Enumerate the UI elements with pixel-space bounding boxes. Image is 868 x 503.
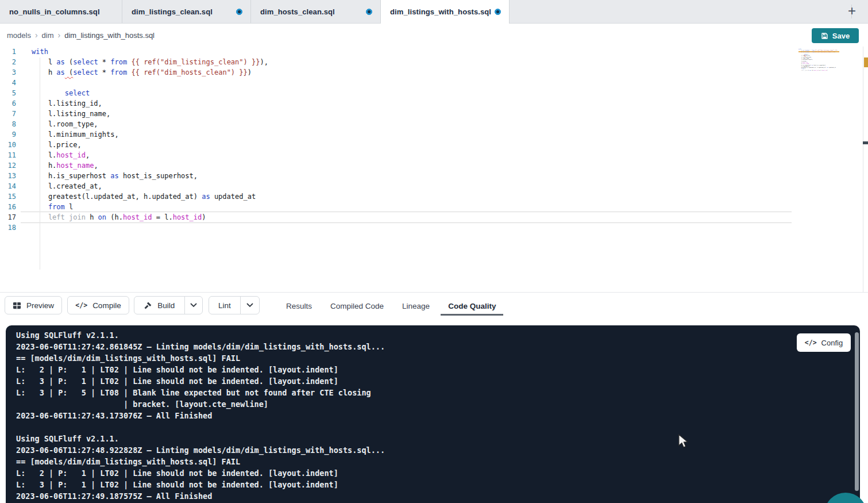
- breadcrumb-item[interactable]: dim_listings_with_hosts.sql: [64, 31, 155, 40]
- code-token: ,: [94, 162, 98, 170]
- minimap[interactable]: with l as (select * from {{ ref("dim_lis…: [798, 48, 839, 75]
- file-tab[interactable]: dim_listings_clean.sql: [122, 0, 251, 23]
- breadcrumb-item[interactable]: models: [7, 31, 31, 40]
- code-line[interactable]: from l: [32, 202, 268, 212]
- code-line[interactable]: with: [32, 47, 268, 57]
- terminal-line: Using SQLFluff v2.1.1.: [16, 433, 385, 444]
- code-token: (h.: [106, 213, 123, 221]
- breadcrumb-separator-icon: ›: [54, 30, 65, 40]
- code-line[interactable]: h.host_name,: [32, 160, 268, 171]
- terminal-line: 2023-06-06T11:27:49.187575Z — All Finish…: [16, 490, 385, 502]
- code-token: updated_at: [828, 67, 836, 68]
- code-line-mini: h as (select * from {{ ref("dim_hosts_cl…: [798, 51, 839, 52]
- save-button[interactable]: Save: [812, 28, 859, 43]
- code-line[interactable]: l as (select * from {{ ref("dim_listings…: [32, 57, 268, 67]
- code-line[interactable]: l.room_type,: [32, 119, 268, 129]
- code-token: (: [65, 58, 73, 66]
- code-token: from: [110, 68, 127, 76]
- code-token: [32, 203, 48, 211]
- code-line[interactable]: h.is_superhost as host_is_superhost,: [32, 171, 268, 181]
- code-line[interactable]: [32, 78, 268, 88]
- line-number: 2: [0, 57, 16, 67]
- code-line[interactable]: l.created_at,: [32, 181, 268, 191]
- code-token: ) }}: [244, 58, 260, 66]
- code-editor[interactable]: 123456789101112131415161718 with l as (s…: [0, 47, 863, 292]
- hammer-icon: [144, 301, 152, 310]
- code-line[interactable]: h as (select * from {{ ref("dim_hosts_cl…: [32, 67, 268, 78]
- tabbar-filler: [510, 0, 868, 23]
- code-line[interactable]: l.listing_name,: [32, 109, 268, 119]
- file-tab[interactable]: no_nulls_in_columns.sql: [0, 0, 122, 23]
- code-lines[interactable]: with l as (select * from {{ ref("dim_lis…: [32, 47, 268, 233]
- code-token: l.created_at,: [32, 182, 102, 190]
- code-line[interactable]: l.host_id,: [32, 150, 268, 160]
- code-line[interactable]: l.listing_id,: [32, 98, 268, 109]
- code-token: with: [32, 48, 48, 56]
- breadcrumb-separator-icon: ›: [31, 30, 42, 40]
- file-tab[interactable]: dim_listings_with_hosts.sql: [381, 0, 510, 24]
- lint-button[interactable]: Lint: [209, 297, 240, 314]
- code-token: h: [86, 213, 98, 221]
- editor-right-divider: [863, 47, 863, 292]
- code-token: h: [32, 68, 56, 76]
- panel-tab-results[interactable]: Results: [279, 297, 319, 316]
- panel-tab-compiled-code[interactable]: Compiled Code: [323, 297, 391, 316]
- code-token: host_id: [173, 213, 202, 221]
- file-tab[interactable]: dim_hosts_clean.sql: [251, 0, 381, 23]
- config-button[interactable]: </> Config: [797, 333, 851, 352]
- code-token: host_is_superhost,: [813, 64, 826, 66]
- code-token: greatest(l.updated_at, h.updated_at): [32, 193, 202, 201]
- code-token: ): [835, 51, 835, 52]
- code-line[interactable]: [32, 222, 268, 233]
- breadcrumb-item[interactable]: dim: [42, 31, 54, 40]
- panel-tab-lineage[interactable]: Lineage: [395, 297, 437, 316]
- code-token: left join: [798, 70, 808, 71]
- code-token: *: [98, 68, 111, 76]
- code-token: host_id: [123, 213, 152, 221]
- code-token: l.room_type,: [32, 120, 98, 128]
- code-token: from: [110, 58, 127, 66]
- line-number: 11: [0, 150, 16, 160]
- floppy-disk-icon: [821, 32, 828, 40]
- line-number: 10: [0, 140, 16, 150]
- lint-split-button: Lint: [209, 296, 260, 314]
- terminal-line: 2023-06-06T11:27:48.922828Z — Linting mo…: [16, 444, 385, 456]
- line-number: 3: [0, 67, 16, 78]
- terminal-scrollbar-thumb[interactable]: [855, 332, 859, 491]
- terminal-line: == [models/dim/dim_listings_with_hosts.s…: [16, 352, 385, 364]
- code-line[interactable]: l.minimum_nights,: [32, 129, 268, 140]
- code-token: on: [98, 213, 106, 221]
- terminal-line: L: 3 | P: 5 | LT08 | Blank line expected…: [16, 387, 385, 398]
- code-line[interactable]: greatest(l.updated_at, h.updated_at) as …: [32, 191, 268, 202]
- dbt-ide-window: no_nulls_in_columns.sqldim_listings_clea…: [0, 0, 868, 503]
- code-token: "dim_hosts_clean": [160, 68, 231, 76]
- code-token: as: [202, 193, 210, 201]
- code-token: ),: [836, 49, 838, 51]
- code-token: select: [73, 58, 98, 66]
- build-dropdown-button[interactable]: [184, 297, 202, 314]
- code-token: l.listing_name,: [32, 110, 110, 118]
- preview-button[interactable]: Preview: [5, 296, 62, 314]
- compile-button[interactable]: </> Compile: [67, 296, 129, 314]
- code-token: host_is_superhost,: [119, 172, 198, 180]
- panel-tab-code-quality[interactable]: Code Quality: [441, 297, 503, 316]
- code-token: l.listing_id,: [32, 99, 102, 107]
- line-number: 6: [0, 98, 16, 109]
- code-token: [32, 89, 65, 97]
- build-button[interactable]: Build: [134, 297, 184, 314]
- code-token: h.: [32, 162, 56, 170]
- code-token: ): [248, 68, 252, 76]
- code-line[interactable]: l.price,: [32, 140, 268, 150]
- chevron-down-icon: [190, 303, 197, 308]
- lint-dropdown-button[interactable]: [240, 297, 259, 314]
- compile-button-label: Compile: [92, 301, 121, 310]
- code-line[interactable]: select: [32, 88, 268, 98]
- code-line[interactable]: left join h on (h.host_id = l.host_id): [32, 212, 268, 222]
- line-number: 14: [0, 181, 16, 191]
- code-token: l.: [32, 151, 56, 159]
- new-tab-button[interactable]: +: [844, 2, 860, 21]
- terminal-line: L: 2 | P: 1 | LT02 | Line should not be …: [16, 467, 385, 479]
- code-token: updated_at: [210, 193, 256, 201]
- file-tab-label: dim_listings_clean.sql: [132, 7, 213, 16]
- save-button-label: Save: [832, 32, 850, 40]
